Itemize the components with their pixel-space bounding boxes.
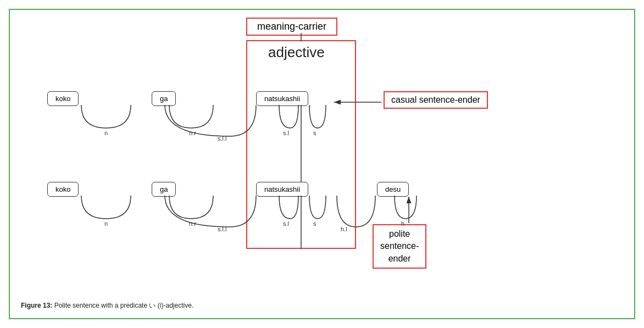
polite-sentence-ender-box: politesentence-ender xyxy=(373,224,426,269)
meaning-carrier-box: meaning-carrier xyxy=(246,18,337,36)
top-nr-label: n.r xyxy=(189,130,196,136)
bot-ga-box: ga xyxy=(152,182,176,197)
adjective-red-box xyxy=(246,40,356,249)
figure-caption: Figure 13: Polite sentence with a predic… xyxy=(21,301,193,310)
top-ga-box: ga xyxy=(152,91,176,106)
casual-sentence-ender-label: casual sentence-ender xyxy=(391,95,480,104)
bot-n-label: n xyxy=(104,220,108,227)
bot-koko-box: koko xyxy=(47,182,79,197)
polite-sentence-ender-label: politesentence-ender xyxy=(380,229,419,263)
figure-caption-bold: Figure 13: xyxy=(21,302,52,309)
bot-desu-box: desu xyxy=(377,182,409,197)
adjective-label: adjective xyxy=(268,44,325,61)
top-sll-label: s.l.l xyxy=(218,135,227,142)
diagram-container: meaning-carrier adjective casual sentenc… xyxy=(9,9,635,319)
figure-caption-text: Polite sentence with a predicate い (i)-a… xyxy=(52,302,193,309)
bot-natsukashii-box: natsukashii xyxy=(256,182,308,197)
casual-sentence-ender-box: casual sentence-ender xyxy=(384,91,488,109)
top-n-label: n xyxy=(104,130,108,136)
top-koko-box: koko xyxy=(47,91,79,106)
top-natsukashii-box: natsukashii xyxy=(256,91,308,106)
bot-nr-label: n.r xyxy=(189,220,196,227)
bot-sll-label: s.l.l xyxy=(218,226,227,232)
meaning-carrier-label: meaning-carrier xyxy=(257,21,326,32)
